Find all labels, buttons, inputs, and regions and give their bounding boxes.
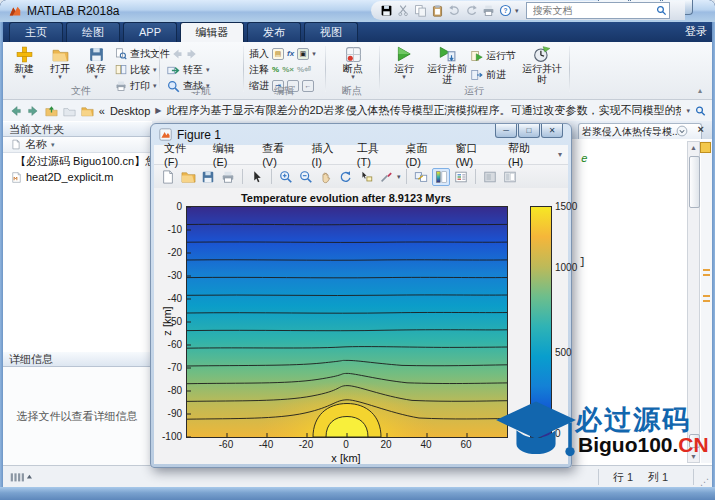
name-column-header[interactable]: 名称 ▾ — [3, 137, 151, 153]
tab-editor[interactable]: 编辑器 — [180, 22, 244, 42]
insert-legend-icon[interactable] — [452, 168, 470, 186]
open-file-icon[interactable] — [179, 168, 197, 186]
menu-view[interactable]: 查看(V) — [262, 141, 298, 168]
save-button[interactable]: 保存▾ — [79, 45, 113, 80]
link-plot-icon[interactable] — [412, 168, 430, 186]
hide-plot-tools-icon[interactable] — [481, 168, 499, 186]
open-button[interactable]: 打开▾ — [43, 45, 77, 80]
brush-caret-icon[interactable]: ▾ — [397, 174, 401, 180]
menu-insert[interactable]: 插入(I) — [312, 141, 344, 168]
current-folder-header[interactable]: 当前文件夹 — [3, 121, 152, 137]
advance-button[interactable]: 前进 — [471, 68, 506, 82]
uncomment-icon[interactable]: %× — [282, 65, 294, 74]
warning-mark-icon[interactable] — [703, 269, 710, 271]
breadcrumb-folder-description[interactable]: 此程序为基于显示有限差分的2D岩浆侵入体热传导模型正演模拟程序。可通过改变参数，… — [166, 103, 681, 118]
message-indicator-icon[interactable] — [700, 142, 711, 153]
tab-plots[interactable]: 绘图 — [66, 22, 120, 42]
run-advance-button[interactable]: 运行并前进 — [427, 45, 467, 85]
figure-minimize-button[interactable]: ─ — [495, 124, 517, 138]
compare-button[interactable]: 比较▾ — [115, 63, 157, 77]
caret-down-icon: ▾ — [58, 74, 62, 80]
print-icon[interactable] — [481, 4, 495, 18]
address-caret-icon[interactable]: ▾ — [686, 108, 690, 114]
menu-help[interactable]: 帮助(H) — [508, 141, 545, 168]
edit-plot-pointer-icon[interactable] — [248, 168, 266, 186]
y-tick: -10 — [156, 224, 182, 235]
tab-close-icon[interactable]: × — [698, 123, 704, 135]
show-plot-tools-icon[interactable] — [501, 168, 519, 186]
quick-access-caret-icon[interactable]: ▾ — [515, 8, 519, 14]
resize-grip-icon[interactable]: ⋰ — [700, 477, 709, 487]
comment-icon[interactable]: % — [272, 65, 279, 74]
menu-desktop[interactable]: 桌面(D) — [406, 141, 443, 168]
breakpoints-button[interactable]: 断点▾ — [333, 45, 373, 80]
run-section-button[interactable]: 运行节 — [471, 49, 516, 63]
warning-mark-icon[interactable] — [703, 295, 710, 297]
zoom-out-icon[interactable] — [297, 168, 315, 186]
back-icon[interactable] — [9, 104, 22, 118]
brush-icon[interactable] — [377, 168, 395, 186]
cut-icon[interactable] — [396, 4, 410, 18]
menu-edit[interactable]: 编辑(E) — [213, 141, 249, 168]
breadcrumb-chevrons[interactable]: « — [99, 105, 105, 117]
tab-publish[interactable]: 发布 — [247, 22, 301, 42]
comment-row[interactable]: 注释 % %× %⏎ — [249, 63, 311, 76]
paste-icon[interactable] — [430, 4, 444, 18]
insert-row[interactable]: 插入 ▤ fx ▣ ▾ — [249, 47, 316, 60]
undo-icon[interactable] — [447, 4, 461, 18]
tab-apps[interactable]: APP — [123, 22, 177, 42]
warning-mark-icon[interactable] — [703, 300, 710, 302]
insert-colorbar-icon[interactable] — [432, 168, 450, 186]
file-row-heat2d[interactable]: heat2D_explicit.m — [3, 169, 151, 185]
menu-file[interactable]: 文件(F) — [164, 141, 200, 168]
insert-section-icon[interactable]: ▤ — [272, 48, 284, 60]
menubar-overflow-icon[interactable]: ▾ — [558, 150, 562, 159]
ribbon-tab-bar: 主页 绘图 APP 编辑器 发布 视图 — [3, 22, 712, 42]
search-icon[interactable] — [656, 5, 667, 16]
forward-icon[interactable] — [27, 104, 40, 118]
tab-home[interactable]: 主页 — [9, 22, 63, 42]
help-icon[interactable]: ? — [498, 4, 512, 18]
fx-icon[interactable]: fx — [287, 49, 294, 58]
nav-back-forward[interactable] — [171, 47, 198, 61]
save-icon[interactable] — [379, 4, 393, 18]
wrap-comment-icon[interactable]: %⏎ — [297, 65, 311, 74]
rotate3d-icon[interactable] — [337, 168, 355, 186]
save-figure-icon[interactable] — [199, 168, 217, 186]
data-cursor-icon[interactable] — [357, 168, 375, 186]
find-files-button[interactable]: 查找文件 — [115, 47, 170, 61]
login-button[interactable]: 登录 — [685, 24, 707, 39]
window-title: MATLAB R2018a — [27, 4, 120, 18]
zoom-in-icon[interactable] — [277, 168, 295, 186]
run-time-button[interactable]: 运行并计时 — [521, 45, 563, 85]
breadcrumb-root[interactable]: Desktop — [110, 105, 150, 117]
tab-menu-icon[interactable] — [676, 125, 688, 137]
plot-axes[interactable] — [186, 206, 508, 438]
insert-image-icon[interactable]: ▣ — [297, 48, 309, 60]
doc-search-input[interactable] — [531, 4, 656, 17]
print-figure-icon[interactable] — [219, 168, 237, 186]
figure-close-button[interactable]: ✕ — [541, 124, 563, 138]
new-figure-icon[interactable] — [159, 168, 177, 186]
copy-icon[interactable] — [413, 4, 427, 18]
goto-button[interactable]: 转至▾ — [167, 63, 210, 77]
collapse-ribbon-icon[interactable]: ▴ — [698, 86, 702, 95]
run-button[interactable]: 运行▾ — [387, 45, 421, 80]
menu-window[interactable]: 窗口(W) — [456, 141, 495, 168]
zoom-bars-icon[interactable] — [10, 471, 32, 483]
address-search-icon[interactable] — [695, 105, 706, 117]
pan-hand-icon[interactable] — [317, 168, 335, 186]
new-script-button[interactable]: 新建▾ — [7, 45, 41, 80]
scroll-up-icon[interactable]: ▲ — [688, 142, 699, 153]
file-row-biguo[interactable]: 【必过源码 Biguo100.cn】您 — [3, 153, 151, 169]
up-folder-icon[interactable] — [45, 104, 58, 118]
details-header[interactable]: 详细信息 — [3, 351, 152, 367]
tab-view[interactable]: 视图 — [304, 22, 358, 42]
warning-mark-icon[interactable] — [703, 274, 710, 276]
scrollbar-thumb[interactable] — [689, 156, 700, 208]
advance-icon — [471, 69, 483, 81]
browse-folder-icon[interactable] — [63, 104, 76, 118]
redo-icon[interactable] — [464, 4, 478, 18]
figure-maximize-button[interactable]: □ — [518, 124, 540, 138]
menu-tools[interactable]: 工具(T) — [357, 141, 393, 168]
